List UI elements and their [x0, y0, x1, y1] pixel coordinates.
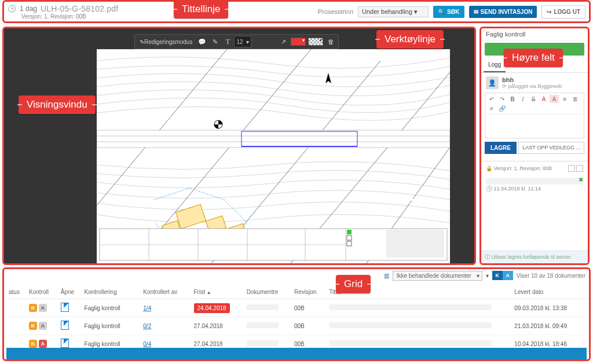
process-step-label: Prosesstrinn [318, 8, 353, 15]
annotation-titlebar: Tittellinje [174, 0, 228, 19]
viewer-panel: ✎ Redigeringsmodus 💬 ✎ T 12▾ ↗ 🗑 [2, 27, 476, 265]
logout-button[interactable]: ↪LOGG UT [541, 5, 585, 19]
svg-marker-14 [325, 73, 331, 83]
grid-panel: ▥ Ikke behandlede dokumenter ▾ KA Viser … [2, 267, 591, 361]
filter-icon[interactable]: ▥ [384, 273, 389, 279]
version-info: 🔒 Versjon: 1, Revisjon: 00B [486, 166, 552, 171]
col-kontrollering[interactable]: Kontrollering [82, 285, 141, 299]
svg-rect-5 [97, 130, 450, 148]
trash-icon[interactable]: 🗑 [324, 36, 337, 47]
log-entry-timestamp: 11.04.2018 kl. 11:14 [486, 186, 583, 192]
clock-icon: 🕓 [8, 5, 16, 13]
font-size-select[interactable]: 12▾ [234, 36, 251, 47]
row-count: Viser 10 av 18 dokumenter [517, 273, 585, 279]
redo-icon[interactable]: ↷ [497, 95, 507, 103]
ul-icon[interactable]: ≣ [570, 95, 580, 103]
view-grid-icon[interactable] [576, 165, 583, 172]
drawing-canvas[interactable] [97, 49, 450, 263]
col-kontroll[interactable]: Kontroll [27, 285, 58, 299]
pill-k[interactable]: K [492, 271, 503, 280]
viewer-toolbar: ✎ Redigeringsmodus 💬 ✎ T 12▾ ↗ 🗑 [134, 34, 339, 49]
open-doc-icon[interactable] [61, 321, 69, 330]
comment-icon[interactable]: 💬 [196, 36, 208, 47]
col-revisjon[interactable]: Revisjon [292, 285, 327, 299]
link-icon[interactable]: 🔗 [497, 104, 507, 112]
cursor-icon: ↖ [411, 196, 418, 205]
col-status[interactable]: atus [6, 285, 27, 299]
save-button[interactable]: LAGRE [485, 142, 517, 154]
user-source: ⟳ pålogget via Byggeweb [502, 83, 562, 89]
edit-mode-button[interactable]: ✎ Redigeringsmodus [136, 36, 196, 47]
tab-logg[interactable]: Logg [484, 58, 506, 72]
file-age: 1 dag [20, 5, 37, 13]
text-color-icon[interactable]: A [539, 95, 548, 103]
svg-rect-26 [386, 230, 444, 258]
ol-icon[interactable]: ≡ [487, 104, 496, 112]
open-doc-icon[interactable] [61, 339, 69, 348]
italic-icon[interactable]: I [518, 95, 528, 103]
table-row[interactable]: K A Faglig kontroll 1/4 24.04.2018 00B 0… [6, 299, 587, 317]
annotation-toolbar: Verktøylinje [376, 30, 444, 49]
rectangle-tool[interactable] [251, 36, 264, 47]
grid-footer-bar [6, 348, 587, 359]
col-apne[interactable]: Åpne [58, 285, 82, 299]
col-levert[interactable]: Levert dato [512, 285, 587, 299]
annotation-viewer: Visningsvindu [19, 95, 96, 114]
file-name: ULH-05-G-58102.pdf [41, 4, 118, 13]
kontrollert-av-link[interactable]: 0/4 [143, 341, 151, 347]
col-frist: Frist ▲ [192, 285, 244, 299]
upload-attachment-button[interactable]: LAST OPP VEDLEGG ... [518, 142, 584, 154]
filter-select[interactable]: Ikke behandlede dokumenter [393, 271, 482, 281]
comment-textarea[interactable] [485, 115, 584, 138]
table-row[interactable]: K A Faglig kontroll 0/2 27.04.2018 00B 2… [6, 317, 587, 335]
send-invite-button[interactable]: ✉SEND INVITASJON [469, 6, 537, 18]
annotation-right: Høyre felt [504, 49, 563, 67]
user-name: bhh [502, 76, 562, 83]
view-list-icon[interactable] [568, 165, 575, 172]
strike-icon[interactable]: S [529, 95, 538, 103]
ellipse-tool[interactable] [264, 36, 277, 47]
bg-color-icon[interactable]: A [550, 95, 559, 103]
clear-format-icon[interactable]: ✕ [560, 95, 569, 103]
svg-rect-23 [347, 230, 352, 234]
title-bar: 🕓 1 dag ULH-05-G-58102.pdf Versjon: 1, R… [2, 0, 591, 23]
open-doc-icon[interactable] [61, 303, 69, 312]
file-version: Versjon: 1, Revisjon: 00B [21, 13, 118, 20]
undo-icon[interactable]: ↶ [487, 95, 496, 103]
text-tool-icon[interactable]: T [221, 36, 234, 47]
stroke-color-picker[interactable] [291, 38, 306, 46]
search-button[interactable]: 🔍SØK [433, 6, 464, 18]
svg-rect-10 [175, 204, 206, 229]
annotation-grid: Grid [336, 275, 371, 293]
log-entry: 11.04.2018 kl. 11:14 [486, 178, 583, 192]
share-icon[interactable]: ↗ [277, 36, 290, 47]
fill-pattern-picker[interactable] [308, 38, 323, 46]
kontrollert-av-link[interactable]: 1/4 [143, 305, 151, 311]
comment-editor: ↶ ↷ B I S A A ✕ ≣ ≡ 🔗 [485, 93, 584, 138]
kontrollert-av-link[interactable]: 0/2 [143, 323, 151, 329]
col-dokumentnr[interactable]: Dokumentnr [244, 285, 292, 299]
avatar: 👤 [486, 76, 499, 89]
pill-a[interactable]: A [503, 271, 513, 280]
autosave-notice: Utkast lagres fortløpende til server. [481, 251, 588, 263]
process-step-select[interactable]: Under behandling ▾ [358, 6, 429, 17]
bold-icon[interactable]: B [508, 95, 517, 103]
settings-icon[interactable]: ▾ [486, 273, 489, 279]
right-panel-title: Faglig kontroll [481, 28, 588, 41]
pencil-icon[interactable]: ✎ [208, 36, 221, 47]
col-kontrollert-av[interactable]: Kontrollert av [141, 285, 191, 299]
